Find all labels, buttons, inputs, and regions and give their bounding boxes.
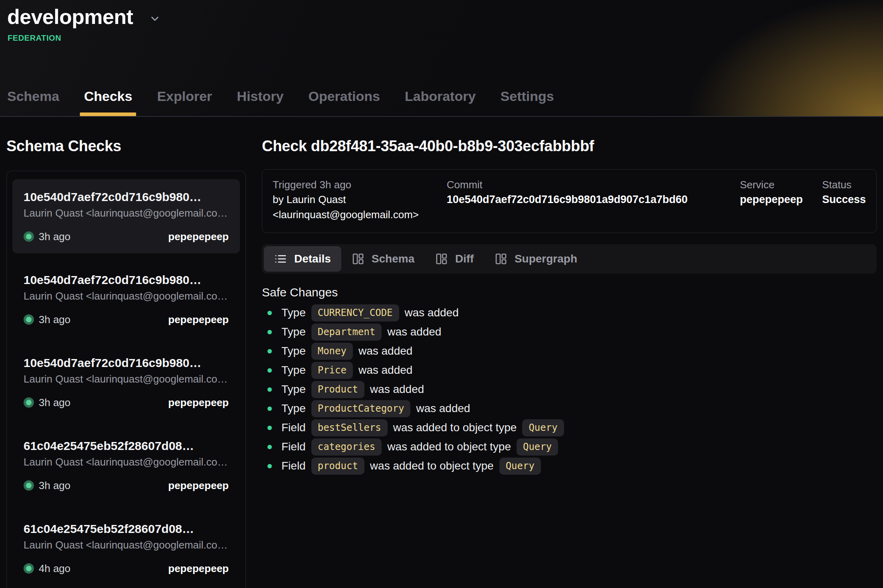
check-item-time: 3h ago [39, 231, 71, 243]
view-tab-schema[interactable]: Schema [341, 246, 425, 272]
change-text: Field [281, 460, 306, 472]
check-item-title: 10e540d7aef72c0d716c9b980… [24, 272, 229, 288]
check-list-item[interactable]: 10e540d7aef72c0d716c9b980…Laurin Quast <… [12, 345, 240, 419]
change-text: Type [281, 345, 306, 357]
change-item: TypeMoneywas added [267, 341, 877, 361]
code-chip: Query [517, 438, 558, 456]
sidebar-title: Schema Checks [6, 138, 246, 155]
tab-laboratory[interactable]: Laboratory [404, 89, 477, 116]
code-chip: Product [311, 381, 364, 398]
status-dot-icon [24, 397, 34, 408]
tab-explorer[interactable]: Explorer [156, 89, 213, 116]
code-chip: ProductCategory [311, 400, 411, 417]
columns-icon [352, 253, 364, 265]
project-title-row: development [0, 0, 883, 29]
view-tab-supergraph[interactable]: Supergraph [484, 246, 588, 272]
change-text: was added to object type [370, 460, 494, 472]
code-chip: categories [311, 438, 382, 456]
triggered-by: by Laurin Quast [273, 192, 447, 207]
chevron-down-icon[interactable] [149, 13, 161, 25]
checks-sidebar: Schema Checks 10e540d7aef72c0d716c9b980…… [6, 117, 246, 588]
project-title[interactable]: development [7, 5, 133, 29]
check-title: Check db28f481-35aa-40b0-b8b9-303ecfabbb… [262, 138, 877, 155]
change-item: Fieldproductwas added to object typeQuer… [267, 456, 877, 476]
bullet-icon [267, 311, 272, 315]
check-item-service: pepepepeep [168, 314, 229, 326]
check-meta-box: Triggered 3h ago by Laurin Quast <laurin… [262, 169, 877, 233]
check-item-meta: 3h agopepepepeep [24, 313, 229, 326]
tab-checks[interactable]: Checks [83, 89, 133, 116]
view-tab-label: Diff [455, 253, 474, 265]
change-text: was added [370, 383, 424, 396]
bullet-icon [267, 464, 272, 468]
bullet-icon [267, 445, 272, 449]
change-item: FieldbestSellerswas added to object type… [267, 418, 877, 437]
check-item-title: 61c04e25475eb52f28607d08… [24, 438, 229, 454]
check-item-time: 3h ago [39, 479, 71, 492]
check-item-author: Laurin Quast <laurinquast@googlemail.co… [24, 538, 229, 552]
check-item-service: pepepepeep [168, 479, 229, 492]
tab-operations[interactable]: Operations [307, 89, 380, 116]
code-chip: Query [499, 458, 541, 475]
tab-settings[interactable]: Settings [500, 89, 555, 116]
change-text: Type [281, 383, 306, 396]
columns-icon [435, 253, 448, 265]
check-list-item[interactable]: 61c04e25475eb52f28607d08…Laurin Quast <l… [12, 511, 240, 585]
code-chip: bestSellers [311, 419, 388, 436]
service-name: pepepepeep [740, 192, 822, 207]
check-item-time: 4h ago [39, 562, 71, 575]
project-header: development FEDERATION SchemaChecksExplo… [0, 0, 883, 117]
change-text: Field [281, 440, 306, 453]
service-label: Service [740, 178, 822, 192]
columns-icon [495, 253, 507, 265]
list-icon [274, 253, 287, 265]
changes-list: TypeCURRENCY_CODEwas addedTypeDepartment… [262, 303, 877, 476]
change-item: TypeCURRENCY_CODEwas added [267, 303, 877, 322]
code-chip: Query [522, 419, 564, 436]
check-item-meta: 3h agopepepepeep [24, 479, 229, 492]
check-view-tabs: DetailsSchemaDiffSupergraph [262, 244, 877, 274]
meta-service: Service pepepepeep [740, 178, 822, 222]
bullet-icon [267, 426, 272, 430]
code-chip: Price [311, 362, 353, 379]
check-item-author: Laurin Quast <laurinquast@googlemail.co… [24, 206, 229, 220]
change-text: Type [281, 306, 306, 319]
change-text: was added [416, 402, 470, 415]
check-item-title: 61c04e25475eb52f28607d08… [24, 521, 229, 537]
bullet-icon [267, 330, 272, 334]
check-item-meta: 3h agopepepepeep [24, 230, 229, 243]
change-text: was added to object type [387, 440, 511, 453]
status-dot-icon [24, 563, 34, 574]
check-item-meta: 4h agopepepepeep [24, 562, 229, 575]
view-tab-label: Details [294, 253, 331, 265]
check-list-item[interactable]: 10e540d7aef72c0d716c9b980…Laurin Quast <… [12, 262, 240, 336]
bullet-icon [267, 368, 272, 373]
check-list-item[interactable]: 10e540d7aef72c0d716c9b980…Laurin Quast <… [12, 179, 240, 253]
status-dot-icon [24, 231, 34, 242]
code-chip: Department [311, 324, 382, 341]
change-text: Type [281, 402, 306, 415]
schema-checks-list: 10e540d7aef72c0d716c9b980…Laurin Quast <… [6, 171, 246, 588]
triggered-email: <laurinquast@googlemail.com> [273, 207, 447, 222]
content: Schema Checks 10e540d7aef72c0d716c9b980…… [0, 117, 883, 588]
change-text: Field [281, 421, 306, 434]
view-tab-details[interactable]: Details [264, 246, 341, 272]
check-list-item[interactable]: 61c04e25475eb52f28607d08…Laurin Quast <l… [12, 428, 240, 502]
tab-schema[interactable]: Schema [6, 89, 60, 116]
triggered-label: Triggered 3h ago [273, 178, 447, 192]
view-tab-diff[interactable]: Diff [425, 246, 484, 272]
check-item-author: Laurin Quast <laurinquast@googlemail.co… [24, 455, 229, 469]
change-text: was added [387, 326, 441, 338]
check-item-title: 10e540d7aef72c0d716c9b980… [24, 355, 229, 371]
change-item: TypePricewas added [267, 361, 877, 380]
change-item: Fieldcategorieswas added to object typeQ… [267, 437, 877, 456]
change-text: Type [281, 326, 306, 338]
status-badge: Success [822, 192, 866, 207]
change-item: TypeDepartmentwas added [267, 322, 877, 341]
code-chip: CURRENCY_CODE [311, 304, 399, 322]
check-item-service: pepepepeep [168, 562, 229, 575]
code-chip: Money [311, 343, 353, 360]
change-text: Type [281, 364, 306, 377]
tab-history[interactable]: History [236, 89, 284, 116]
change-text: was added [358, 345, 412, 357]
